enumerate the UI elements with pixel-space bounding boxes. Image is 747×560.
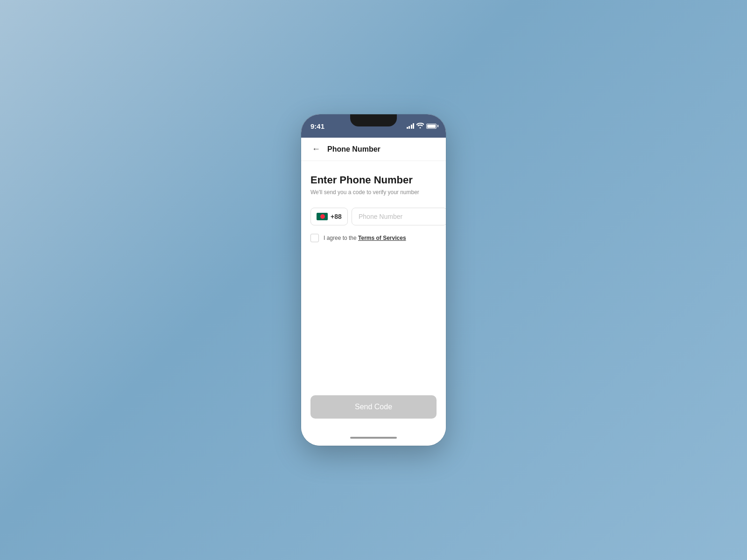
nav-bar: ← Phone Number <box>301 138 446 161</box>
home-indicator <box>350 437 397 439</box>
status-time: 9:41 <box>310 122 324 130</box>
battery-icon <box>426 124 437 129</box>
status-bar: 9:41 <box>301 114 446 138</box>
notch <box>350 114 397 126</box>
terms-text: I agree to the Terms of Services <box>324 235 406 241</box>
send-code-button[interactable]: Send Code <box>310 395 437 419</box>
phone-number-input[interactable] <box>352 208 446 225</box>
phone-input-row: +88 <box>310 208 437 225</box>
phone-frame: 9:41 ← Phone Number Enter <box>301 114 446 446</box>
spacer <box>310 242 437 395</box>
bottom-bar <box>301 432 446 446</box>
page-subtitle: We'll send you a code to verify your num… <box>310 189 437 196</box>
terms-of-service-link[interactable]: Terms of Services <box>358 235 406 241</box>
signal-icon <box>407 123 415 129</box>
status-icons <box>407 123 437 130</box>
back-arrow-icon: ← <box>312 144 320 154</box>
main-content: Enter Phone Number We'll send you a code… <box>301 161 446 432</box>
wifi-icon <box>416 123 424 130</box>
nav-title: Phone Number <box>327 145 381 154</box>
bangladesh-flag-icon <box>317 213 328 220</box>
terms-row: I agree to the Terms of Services <box>310 234 437 242</box>
country-selector[interactable]: +88 <box>310 208 348 225</box>
terms-checkbox[interactable] <box>310 234 319 242</box>
page-title: Enter Phone Number <box>310 174 437 186</box>
country-code: +88 <box>331 213 342 220</box>
back-button[interactable]: ← <box>309 142 324 157</box>
